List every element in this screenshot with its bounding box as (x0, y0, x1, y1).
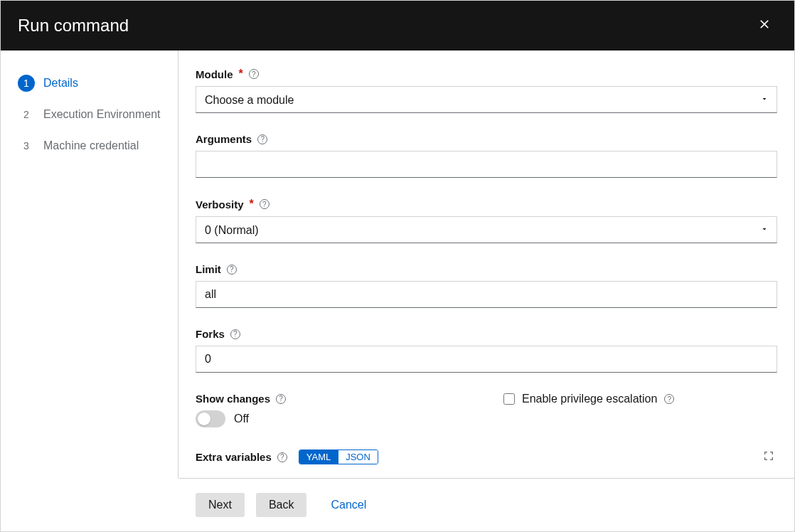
step-number: 2 (18, 106, 35, 123)
limit-field-group: Limit ? (196, 263, 777, 308)
help-icon[interactable]: ? (277, 452, 287, 462)
modal-title: Run command (18, 16, 129, 36)
next-button[interactable]: Next (196, 493, 245, 517)
show-changes-toggle[interactable] (196, 410, 225, 427)
help-icon[interactable]: ? (664, 394, 674, 404)
wizard-sidebar: 1 Details 2 Execution Environment 3 Mach… (1, 50, 178, 478)
help-icon[interactable]: ? (249, 69, 259, 79)
privilege-escalation-checkbox[interactable] (503, 393, 515, 405)
extra-variables-label: Extra variables (196, 451, 272, 463)
back-button[interactable]: Back (256, 493, 307, 517)
toggle-state-label: Off (234, 413, 249, 425)
modal-header: Run command (1, 1, 794, 50)
step-label: Machine credential (43, 139, 139, 152)
form-panel: Module * ? Choose a module Arguments (178, 50, 794, 478)
forks-input[interactable] (196, 346, 777, 373)
show-changes-group: Show changes ? Off (196, 393, 469, 427)
wizard-step-details[interactable]: 1 Details (12, 68, 166, 99)
close-icon (757, 17, 772, 31)
help-icon[interactable]: ? (257, 134, 267, 144)
help-icon[interactable]: ? (276, 394, 286, 404)
yaml-toggle-button[interactable]: YAML (299, 450, 338, 464)
required-indicator: * (250, 198, 254, 211)
privilege-escalation-group: Enable privilege escalation ? (503, 393, 777, 427)
step-number: 1 (18, 75, 35, 92)
modal-body: 1 Details 2 Execution Environment 3 Mach… (1, 50, 794, 478)
forks-field-group: Forks ? (196, 328, 777, 373)
verbosity-label: Verbosity (196, 198, 244, 211)
module-field-group: Module * ? Choose a module (196, 68, 777, 113)
cancel-button[interactable]: Cancel (318, 493, 379, 517)
privilege-escalation-label: Enable privilege escalation (522, 393, 657, 405)
format-toggle-group: YAML JSON (299, 449, 378, 464)
step-label: Details (43, 77, 78, 90)
help-icon[interactable]: ? (230, 329, 240, 339)
show-changes-label: Show changes (196, 393, 270, 405)
help-icon[interactable]: ? (227, 265, 237, 275)
extra-variables-group: Extra variables ? YAML JSON (196, 447, 777, 467)
help-icon[interactable]: ? (260, 199, 270, 209)
forks-label: Forks (196, 328, 225, 340)
module-select[interactable]: Choose a module (196, 86, 777, 113)
step-label: Execution Environment (43, 108, 161, 121)
close-button[interactable] (752, 11, 777, 41)
json-toggle-button[interactable]: JSON (338, 450, 378, 464)
step-number: 3 (18, 137, 35, 154)
toggle-knob (198, 413, 210, 425)
wizard-step-machine-credential[interactable]: 3 Machine credential (12, 130, 166, 161)
run-command-modal: Run command 1 Details 2 Execution Enviro… (0, 0, 795, 532)
required-indicator: * (239, 68, 243, 80)
toggle-row-group: Show changes ? Off Enable privilege esca… (196, 393, 777, 427)
arguments-field-group: Arguments ? (196, 133, 777, 178)
arguments-input[interactable] (196, 151, 777, 178)
limit-label: Limit (196, 263, 221, 275)
arguments-label: Arguments (196, 133, 252, 145)
verbosity-field-group: Verbosity * ? 0 (Normal) (196, 198, 777, 243)
expand-button[interactable] (760, 447, 777, 467)
modal-footer: Next Back Cancel (178, 478, 794, 531)
module-label: Module (196, 68, 233, 80)
verbosity-select[interactable]: 0 (Normal) (196, 216, 777, 243)
limit-input[interactable] (196, 281, 777, 308)
wizard-step-execution-environment[interactable]: 2 Execution Environment (12, 99, 166, 130)
expand-icon (763, 450, 774, 462)
